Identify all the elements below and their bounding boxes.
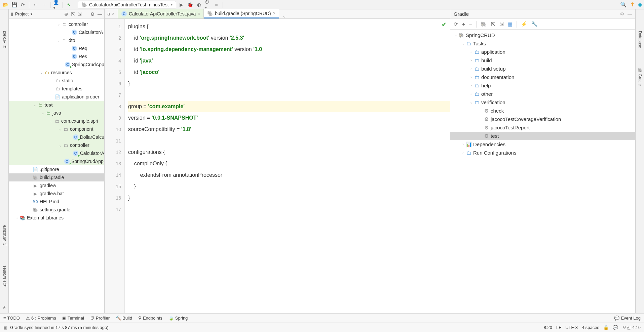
tree-item[interactable]: ⌄🗀resources xyxy=(9,69,104,77)
tree-item[interactable]: CSpringCrudApp xyxy=(9,60,104,69)
tree-item[interactable]: ⌄🗀dto xyxy=(9,36,104,44)
tree-item[interactable]: CDollarCalcu xyxy=(9,133,104,141)
save-icon[interactable]: 💾 xyxy=(11,1,17,8)
gradle-item[interactable]: ›🗀documentation xyxy=(450,73,635,81)
coverage-icon[interactable]: ◐ xyxy=(196,1,202,8)
tree-item[interactable]: CCalculatorA xyxy=(9,149,104,157)
gradle-item[interactable]: ›🗀application xyxy=(450,48,635,56)
tree-item[interactable]: ⌄🗀controller xyxy=(9,141,104,149)
offline-icon[interactable]: ⚡ xyxy=(521,21,527,27)
tree-item[interactable]: ⌄🗀java xyxy=(9,109,104,117)
gear-icon[interactable]: ⚙ xyxy=(90,11,95,17)
profiler-button[interactable]: ⏱Profiler xyxy=(90,316,110,321)
tab-buildgradle[interactable]: 🐘build.gradle (SpringCRUD)× xyxy=(204,9,279,18)
profile-icon[interactable]: ⏱▾ xyxy=(204,1,211,8)
endpoints-button[interactable]: ⚲Endpoints xyxy=(138,316,162,321)
line-separator[interactable]: LF xyxy=(556,325,561,330)
tree-item-buildgradle[interactable]: 🐘build.gradle xyxy=(9,173,104,181)
gradle-item[interactable]: ⌄🗀verification xyxy=(450,98,635,107)
tree-item[interactable]: ▶gradlew.bat xyxy=(9,190,104,198)
gradle-item[interactable]: ›🗀help xyxy=(450,81,635,90)
tab-partial[interactable]: a× xyxy=(105,9,118,18)
tree-item[interactable]: 📄.gitignore xyxy=(9,165,104,173)
eventlog-button[interactable]: 💬Event Log xyxy=(614,316,641,321)
gradle-item[interactable]: ›🗀build xyxy=(450,56,635,65)
tree-item[interactable]: 🐘settings.gradle xyxy=(9,206,104,214)
gradle-item[interactable]: ›🗀build setup xyxy=(450,65,635,73)
rail-favorites[interactable]: 2: Favorites xyxy=(1,264,7,288)
tree-item[interactable]: 🗀static xyxy=(9,77,104,85)
minimize-icon[interactable]: — xyxy=(98,11,102,17)
tree-item[interactable]: CCalculatorA xyxy=(9,28,104,36)
update-icon[interactable]: ⬆ xyxy=(630,1,635,8)
wrench-icon[interactable]: 🔧 xyxy=(531,21,538,27)
encoding[interactable]: UTF-8 xyxy=(565,325,578,330)
tree-item[interactable]: 🗀templates xyxy=(9,85,104,93)
tree-item-test[interactable]: ⌄🗀test xyxy=(9,101,104,109)
code-area[interactable]: ✔ 1234567891011121314151617 plugins { id… xyxy=(105,19,450,313)
close-icon[interactable]: × xyxy=(112,11,114,16)
notifications-icon[interactable]: 💬 xyxy=(613,325,618,330)
elephant-icon[interactable]: 🐘 xyxy=(481,21,487,27)
chevron-down-icon[interactable]: ▾ xyxy=(31,12,32,16)
run-icon[interactable]: ▶ xyxy=(178,1,185,8)
sync-icon[interactable]: ⟳ xyxy=(20,1,26,8)
open-icon[interactable]: 📂 xyxy=(2,1,9,8)
gear-icon[interactable]: ⚙ xyxy=(620,11,624,16)
close-icon[interactable]: × xyxy=(273,11,275,16)
rail-database[interactable]: Database xyxy=(637,30,643,49)
tree-item[interactable]: CRes xyxy=(9,52,104,60)
user-icon[interactable]: 👤▾ xyxy=(53,1,60,8)
stop-icon[interactable]: ■ xyxy=(213,1,220,8)
cursor-position[interactable]: 8:20 xyxy=(544,325,552,330)
tree-item[interactable]: CSpringCrudApp xyxy=(9,157,104,165)
minimize-icon[interactable]: — xyxy=(628,11,632,16)
tree-item[interactable]: ▶gradlew xyxy=(9,181,104,190)
tree-item[interactable]: 📄application.proper xyxy=(9,93,104,101)
gradle-task-test[interactable]: ⚙test xyxy=(450,132,635,140)
jetbrains-icon[interactable]: ◆ xyxy=(638,1,642,8)
tree-item[interactable]: MDHELP.md xyxy=(9,198,104,206)
prev-icon[interactable]: ↖ xyxy=(66,1,72,8)
spring-button[interactable]: 🍃Spring xyxy=(168,316,188,321)
gradle-item[interactable]: ›🗀other xyxy=(450,90,635,98)
rail-project[interactable]: 1: Project xyxy=(1,30,7,49)
tree-item[interactable]: CReq xyxy=(9,44,104,52)
tree-item[interactable]: ›📚External Libraries xyxy=(9,214,104,222)
collapse-icon[interactable]: ⇲ xyxy=(78,11,82,17)
show-icon[interactable]: ▦ xyxy=(508,21,513,27)
lock-icon[interactable]: 🔒 xyxy=(603,325,609,330)
code-content[interactable]: plugins { id 'org.springframework.boot' … xyxy=(125,19,450,313)
forward-icon[interactable]: → xyxy=(41,1,47,8)
search-icon[interactable]: 🔍 xyxy=(620,1,627,8)
bookmark-icon[interactable]: ★ xyxy=(2,305,6,310)
terminal-button[interactable]: ▣Terminal xyxy=(62,316,84,321)
tree-item[interactable]: ⌄🗀controller xyxy=(9,20,104,28)
gradle-item[interactable]: ›🗀Run Configurations xyxy=(450,149,635,157)
expand-icon[interactable]: ⇱ xyxy=(71,11,75,17)
chevron-down-icon[interactable]: ⌄ xyxy=(282,13,286,18)
collapse-icon[interactable]: ⇲ xyxy=(499,21,504,27)
add-icon[interactable]: + xyxy=(462,21,465,27)
gradle-task[interactable]: ⚙jacocoTestReport xyxy=(450,123,635,132)
window-icon[interactable]: ▣ xyxy=(3,325,7,330)
todo-button[interactable]: ≡TODO xyxy=(3,316,20,321)
reload-icon[interactable]: ⟳ xyxy=(454,21,458,27)
problems-button[interactable]: ⚠6: Problems xyxy=(26,316,56,321)
build-button[interactable]: 🔨Build xyxy=(116,316,132,321)
tree-item[interactable]: ⌄🗀component xyxy=(9,125,104,133)
back-icon[interactable]: ← xyxy=(32,1,39,8)
gradle-item[interactable]: ⌄🗀Tasks xyxy=(450,39,635,48)
gradle-task[interactable]: ⚙jacocoTestCoverageVerification xyxy=(450,115,635,123)
rail-structure[interactable]: 7: Structure xyxy=(1,224,7,247)
gradle-item[interactable]: ›📊Dependencies xyxy=(450,140,635,149)
debug-icon[interactable]: 🐞 xyxy=(187,1,194,8)
close-icon[interactable]: × xyxy=(198,11,200,16)
select-opened-icon[interactable]: ⊕ xyxy=(64,11,68,17)
gradle-item[interactable]: ⌄🐘SpringCRUD xyxy=(450,31,635,39)
rail-gradle[interactable]: 🐘 Gradle xyxy=(637,66,643,87)
run-config-selector[interactable]: 🐘 CalculatorApiControllerTest.minusTest … xyxy=(78,1,176,8)
indent[interactable]: 4 spaces xyxy=(582,325,599,330)
tree-item[interactable]: ⌄🗀com.example.spri xyxy=(9,117,104,125)
tab-calculatortest[interactable]: CCalculatorApiControllerTest.java× xyxy=(118,9,204,18)
